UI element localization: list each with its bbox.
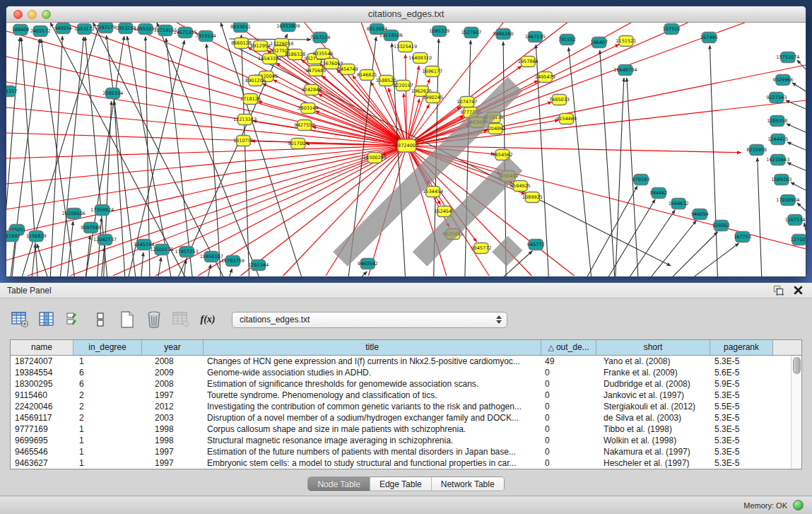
table-row[interactable]: 1872400712008Changes of HCN gene express… bbox=[11, 356, 791, 367]
rows-button[interactable] bbox=[90, 310, 110, 329]
table-cell-short[interactable]: Hescheler et al. (1997) bbox=[596, 457, 710, 469]
tab-node-table[interactable]: Node Table bbox=[308, 477, 370, 491]
table-cell-in-degree[interactable]: 1 bbox=[73, 356, 142, 367]
table-cell-year[interactable]: 2012 bbox=[142, 401, 204, 412]
table-cell-title[interactable]: Structural magnetic resonance image aver… bbox=[204, 435, 541, 446]
table-cell-year[interactable]: 2009 bbox=[142, 367, 204, 378]
table-cell-short[interactable]: Stergiakouli et al. (2012) bbox=[596, 401, 710, 412]
table-row[interactable]: 946362711997Embryonic stem cells: a mode… bbox=[11, 457, 791, 469]
table-cell-out-de-[interactable]: 0 bbox=[541, 412, 596, 424]
table-cell-pagerank[interactable]: 5.6E-5 bbox=[710, 367, 773, 378]
table-cell-short[interactable]: Nakamura et al. (1997) bbox=[596, 446, 710, 457]
table-cell-out-de-[interactable]: 0 bbox=[541, 378, 596, 390]
table-cell-year[interactable]: 2003 bbox=[142, 412, 204, 424]
column-header-pagerank[interactable]: pagerank bbox=[710, 340, 773, 355]
table-cell-in-degree[interactable]: 2 bbox=[73, 401, 142, 412]
table-cell-short[interactable]: Yano et al. (2008) bbox=[596, 356, 710, 367]
table-settings-button[interactable] bbox=[10, 310, 30, 329]
table-row[interactable]: 1938455462009Genome-wide association stu… bbox=[11, 367, 791, 378]
scrollbar-thumb[interactable] bbox=[793, 357, 801, 374]
zoom-window-button[interactable] bbox=[42, 10, 51, 19]
column-header-name[interactable]: name bbox=[11, 340, 73, 355]
table-cell-short[interactable]: Dudbridge et al. (2008) bbox=[596, 378, 710, 390]
table-cell-short[interactable]: de Silva et al. (2003) bbox=[596, 412, 710, 424]
column-header-in-degree[interactable]: in_degree bbox=[73, 340, 142, 355]
table-cell-title[interactable]: Investigating the contribution of common… bbox=[204, 401, 541, 412]
close-window-button[interactable] bbox=[13, 10, 23, 19]
table-cell-title[interactable]: Estimation of significance thresholds fo… bbox=[204, 378, 541, 390]
table-cell-in-degree[interactable]: 6 bbox=[73, 367, 142, 378]
table-cell-name[interactable]: 9699695 bbox=[11, 435, 73, 446]
table-row[interactable]: 969969511998Structural magnetic resonanc… bbox=[11, 435, 791, 446]
table-cell-year[interactable]: 1998 bbox=[142, 435, 204, 446]
close-panel-icon[interactable] bbox=[791, 284, 805, 297]
table-cell-name[interactable]: 9777169 bbox=[11, 424, 73, 435]
table-cell-out-de-[interactable]: 0 bbox=[541, 435, 596, 446]
column-header-title[interactable]: title bbox=[204, 340, 541, 355]
table-cell-pagerank[interactable]: 5.3E-5 bbox=[710, 412, 773, 424]
table-cell-short[interactable]: Tibbo et al. (1998) bbox=[596, 424, 710, 435]
column-header-short[interactable]: short bbox=[596, 340, 710, 355]
table-cell-title[interactable]: Embryonic stem cells: a model to study s… bbox=[204, 457, 541, 469]
select-rows-button[interactable] bbox=[64, 310, 83, 329]
table-cell-out-de-[interactable]: 0 bbox=[541, 446, 596, 457]
minimize-window-button[interactable] bbox=[28, 10, 37, 19]
table-cell-in-degree[interactable]: 2 bbox=[73, 390, 142, 401]
show-column-button[interactable] bbox=[37, 310, 57, 329]
table-cell-name[interactable]: 9115460 bbox=[11, 390, 73, 401]
resize-grip[interactable] bbox=[6, 21, 804, 275]
table-cell-short[interactable]: Jankovic et al. (1997) bbox=[596, 390, 710, 401]
table-cell-pagerank[interactable]: 5.3E-5 bbox=[710, 424, 773, 435]
table-cell-title[interactable]: Estimation of the future numbers of pati… bbox=[204, 446, 541, 457]
new-table-button[interactable] bbox=[117, 310, 137, 329]
table-cell-out-de-[interactable]: 49 bbox=[541, 356, 596, 367]
table-cell-pagerank[interactable]: 5.3E-5 bbox=[710, 446, 773, 457]
table-cell-out-de-[interactable]: 0 bbox=[541, 401, 596, 412]
table-cell-in-degree[interactable]: 1 bbox=[73, 424, 142, 435]
table-cell-title[interactable]: Tourette syndrome. Phenomenology and cla… bbox=[204, 390, 541, 401]
table-cell-year[interactable]: 2008 bbox=[142, 356, 204, 367]
table-row[interactable]: 911546021997Tourette syndrome. Phenomeno… bbox=[11, 390, 791, 401]
table-cell-pagerank[interactable]: 5.3E-5 bbox=[710, 457, 773, 469]
table-cell-name[interactable]: 9463627 bbox=[11, 457, 73, 469]
table-cell-year[interactable]: 1997 bbox=[142, 446, 204, 457]
table-cell-title[interactable]: Disruption of a novel member of a sodium… bbox=[204, 412, 541, 424]
table-cell-pagerank[interactable]: 5.3E-5 bbox=[710, 435, 773, 446]
table-cell-out-de-[interactable]: 0 bbox=[541, 367, 596, 378]
table-cell-pagerank[interactable]: 5.9E-5 bbox=[710, 378, 773, 390]
tab-network-table[interactable]: Network Table bbox=[432, 477, 504, 491]
table-cell-name[interactable]: 14569117 bbox=[11, 412, 73, 424]
tab-edge-table[interactable]: Edge Table bbox=[370, 477, 432, 491]
network-canvas[interactable]: 1864082405572940554105317220931791953237… bbox=[6, 23, 806, 277]
table-cell-title[interactable]: Corpus callosum shape and size in male p… bbox=[204, 424, 541, 435]
table-cell-name[interactable]: 18300295 bbox=[11, 378, 73, 390]
table-cell-pagerank[interactable]: 5.5E-5 bbox=[710, 401, 773, 412]
table-cell-in-degree[interactable]: 1 bbox=[73, 457, 142, 469]
function-builder-button[interactable]: f(x) bbox=[198, 310, 218, 329]
table-cell-year[interactable]: 1997 bbox=[142, 457, 204, 469]
table-cell-short[interactable]: Wolkin et al. (1998) bbox=[596, 435, 710, 446]
table-cell-year[interactable]: 2008 bbox=[142, 378, 204, 390]
table-cell-in-degree[interactable]: 1 bbox=[73, 446, 142, 457]
column-header-year[interactable]: year bbox=[142, 340, 204, 355]
table-row[interactable]: 1456911722003Disruption of a novel membe… bbox=[11, 412, 791, 424]
table-row[interactable]: 1830029562008Estimation of significance … bbox=[11, 378, 791, 390]
table-cell-name[interactable]: 9465546 bbox=[11, 446, 73, 457]
table-row[interactable]: 977716911998Corpus callosum shape and si… bbox=[11, 424, 791, 435]
table-cell-name[interactable]: 18724007 bbox=[11, 356, 73, 367]
table-cell-out-de-[interactable]: 0 bbox=[541, 424, 596, 435]
table-cell-pagerank[interactable]: 5.3E-5 bbox=[710, 390, 773, 401]
table-row[interactable]: 2242004622012Investigating the contribut… bbox=[11, 401, 791, 412]
table-cell-title[interactable]: Genome-wide association studies in ADHD. bbox=[204, 367, 541, 378]
column-header-out-de-[interactable]: △out_de... bbox=[541, 340, 596, 355]
table-scrollbar[interactable] bbox=[791, 356, 801, 469]
table-cell-pagerank[interactable]: 5.3E-5 bbox=[710, 356, 773, 367]
table-cell-name[interactable]: 22420046 bbox=[11, 401, 73, 412]
table-cell-title[interactable]: Changes of HCN gene expression and I(f) … bbox=[204, 356, 541, 367]
table-cell-in-degree[interactable]: 2 bbox=[73, 412, 142, 424]
table-cell-out-de-[interactable]: 0 bbox=[541, 390, 596, 401]
table-row[interactable]: 946554611997Estimation of the future num… bbox=[11, 446, 791, 457]
table-cell-in-degree[interactable]: 6 bbox=[73, 378, 142, 390]
import-table-button[interactable] bbox=[171, 310, 191, 329]
table-cell-out-de-[interactable]: 0 bbox=[541, 457, 596, 469]
